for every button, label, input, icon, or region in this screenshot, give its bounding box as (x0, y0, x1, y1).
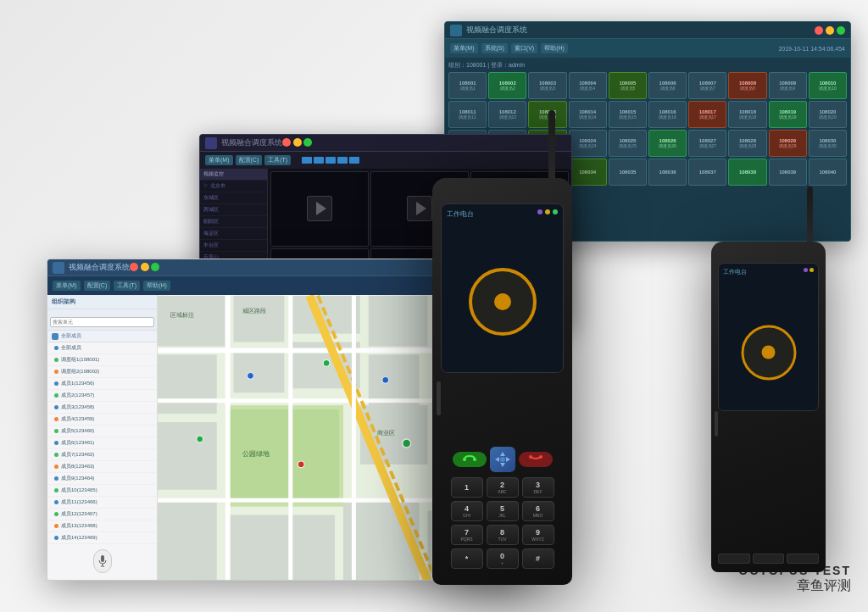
toolbar-menu[interactable]: 菜单(M) (450, 43, 478, 53)
win-max-btn-m[interactable] (151, 263, 159, 271)
map-tree-item[interactable]: 成员8(123463) (47, 461, 157, 473)
search-input[interactable] (50, 317, 154, 327)
dispatch-cell[interactable]: 108006 调度员6 (648, 72, 687, 99)
dispatch-cell[interactable]: 108036 (648, 159, 687, 186)
map-toolbar-config[interactable]: 配置(C) (84, 281, 111, 291)
dispatch-cell[interactable]: 108003 调度员3 (528, 72, 566, 99)
dispatch-cell[interactable]: 108015 调度员15 (609, 101, 647, 128)
dispatch-cell[interactable]: 108020 调度员20 (809, 101, 847, 128)
map-tree-item[interactable]: 成员11(123466) (47, 497, 157, 509)
map-tree-item[interactable]: 成员3(123458) (47, 402, 157, 414)
key-9[interactable]: 9WXYZ (522, 525, 554, 545)
map-tree-item[interactable]: 成员2(123457) (47, 390, 157, 402)
dispatch-cell[interactable]: 108013 调度员13 (528, 101, 566, 128)
win-close-btn-v[interactable] (282, 138, 291, 147)
dispatch-cell[interactable]: 108016 调度员16 (648, 101, 687, 128)
dispatch-cell[interactable]: 108004 调度员4 (569, 72, 607, 99)
call-end-btn[interactable] (519, 452, 553, 467)
dispatch-cell[interactable]: 108030调度员30 (809, 130, 847, 157)
tree-item-dc[interactable]: 东城区 (200, 192, 267, 204)
map-tree-item[interactable]: 成员10(123465) (47, 485, 157, 497)
small-key[interactable] (718, 554, 750, 564)
tree-item-fs[interactable]: 丰台区 (200, 240, 267, 252)
key-2[interactable]: 2ABC (487, 477, 519, 498)
toolbar-system[interactable]: 系统(S) (481, 43, 508, 53)
dispatch-cell[interactable]: 108040 (809, 159, 847, 186)
map-tree-item[interactable]: 成员9(123464) (47, 473, 157, 485)
video-toolbar-tools[interactable]: 工具(T) (264, 155, 291, 165)
tree-item-all[interactable]: 视频监控 (200, 169, 267, 181)
key-star[interactable]: * (451, 548, 483, 569)
dispatch-cell[interactable]: 108035 (609, 159, 647, 186)
dispatch-cell[interactable]: 108009 调度员9 (769, 72, 807, 99)
small-key[interactable] (787, 554, 819, 564)
map-tree-item[interactable]: 调度组2(108002) (47, 366, 157, 378)
dispatch-cell[interactable]: 108024调度员24 (569, 130, 607, 157)
dispatch-cell[interactable]: 108005 调度员5 (609, 72, 647, 99)
toolbar-help[interactable]: 帮助(H) (541, 43, 568, 53)
dispatch-cell[interactable]: 108028调度员28 (728, 130, 766, 157)
dispatch-cell[interactable]: 108039 (769, 159, 807, 186)
dispatch-cell[interactable]: 108017 调度员17 (688, 101, 726, 128)
video-cell-1[interactable] (270, 171, 369, 247)
key-8[interactable]: 8TUV (487, 525, 519, 545)
tree-item-bj[interactable]: ▷ 北京市 (200, 181, 267, 192)
ptt-button-small[interactable] (741, 325, 796, 380)
dispatch-cell[interactable]: 108018 调度员18 (728, 101, 766, 128)
tree-item-xc[interactable]: 西城区 (200, 204, 267, 216)
dispatch-cell[interactable]: 108014 调度员14 (569, 101, 607, 128)
map-tree-item[interactable]: 成员14(123469) (47, 532, 157, 544)
video-toolbar-config[interactable]: 配置(C) (236, 155, 263, 165)
key-7[interactable]: 7PQRS (451, 525, 483, 545)
key-3[interactable]: 3DEF (522, 477, 554, 498)
dispatch-cell[interactable]: 108011 调度员11 (448, 101, 487, 128)
map-tree-item[interactable]: 成员13(123468) (47, 520, 157, 532)
nav-center-btn[interactable] (490, 447, 515, 472)
map-tree-item[interactable]: 成员7(123462) (47, 449, 157, 461)
small-key[interactable] (753, 554, 785, 564)
tree-item-cy[interactable]: 朝阳区 (200, 216, 267, 228)
win-max-btn[interactable] (837, 26, 845, 35)
win-min-btn-v[interactable] (293, 138, 302, 147)
key-5[interactable]: 5JKL (487, 501, 519, 521)
map-tree-item[interactable]: 成员1(123456) (47, 378, 157, 390)
key-0[interactable]: 0+ (487, 548, 519, 569)
map-tree-item[interactable]: 调度组1(108001) (47, 354, 157, 366)
mic-button[interactable] (93, 549, 112, 573)
toolbar-window[interactable]: 窗口(V) (511, 43, 537, 53)
map-tree-item[interactable]: 成员5(123460) (47, 426, 157, 437)
ptt-button-large[interactable] (469, 268, 537, 336)
win-min-btn[interactable] (826, 26, 834, 35)
tree-item-hd[interactable]: 海淀区 (200, 228, 267, 240)
dispatch-cell[interactable]: 108008 调度员8 (728, 72, 766, 99)
win-max-btn-v[interactable] (303, 138, 312, 147)
map-toolbar-menu[interactable]: 菜单(M) (53, 281, 81, 291)
map-tree-item[interactable]: 成员4(123459) (47, 414, 157, 426)
dispatch-cell[interactable]: 108019 调度员19 (769, 101, 807, 128)
dispatch-cell[interactable]: 108026调度员26 (648, 130, 687, 157)
side-button-small[interactable] (715, 411, 718, 437)
key-6[interactable]: 6MNO (522, 501, 554, 521)
dispatch-cell[interactable]: 108038 (728, 159, 766, 186)
dispatch-cell[interactable]: 108027调度员27 (688, 130, 726, 157)
dispatch-cell[interactable]: 108010 调度员10 (809, 72, 847, 99)
map-toolbar-help[interactable]: 帮助(H) (143, 281, 170, 291)
dispatch-cell[interactable]: 108025调度员25 (609, 130, 647, 157)
map-tree-item[interactable]: 成员6(123461) (47, 437, 157, 449)
key-4[interactable]: 4GHI (451, 501, 483, 521)
dispatch-cell[interactable]: 108002 调度员2 (488, 72, 526, 99)
video-toolbar-menu[interactable]: 菜单(M) (205, 155, 233, 165)
dispatch-cell[interactable]: 108029调度员29 (769, 130, 807, 157)
side-button[interactable] (437, 381, 441, 415)
call-answer-btn[interactable] (453, 452, 487, 467)
win-close-btn-m[interactable] (130, 263, 138, 271)
key-1[interactable]: 1 (451, 477, 483, 498)
dispatch-cell[interactable]: 108037 (688, 159, 726, 186)
map-tree-item[interactable]: 成员12(123467) (47, 509, 157, 520)
win-min-btn-m[interactable] (141, 263, 149, 271)
win-close-btn[interactable] (815, 26, 823, 35)
map-toolbar-tools[interactable]: 工具(T) (114, 281, 140, 291)
dispatch-cell[interactable]: 108012 调度员12 (488, 101, 526, 128)
dispatch-cell[interactable]: 108034 (569, 159, 607, 186)
map-tree-item[interactable]: 全部成员 (47, 342, 157, 354)
